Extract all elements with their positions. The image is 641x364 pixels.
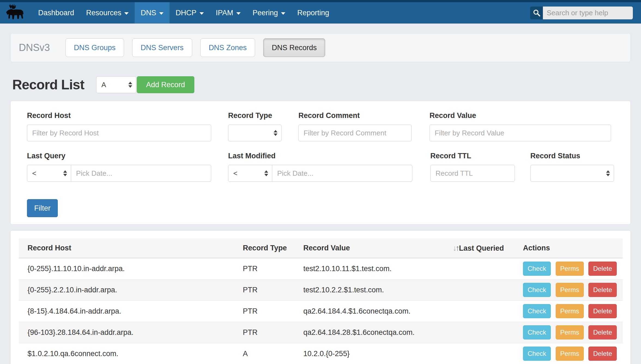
- nav-item-peering[interactable]: Peering: [247, 2, 291, 23]
- tab-dns-records[interactable]: DNS Records: [263, 38, 325, 57]
- record-comment-input[interactable]: [298, 125, 412, 141]
- last-query-date-input[interactable]: [71, 165, 211, 182]
- last-queried-cell: [444, 258, 514, 279]
- perms-button[interactable]: Perms: [556, 283, 584, 297]
- column-header-last-queried[interactable]: ↓↑Last Queried: [444, 238, 514, 258]
- select-arrows-icon: [606, 170, 610, 176]
- record-value-cell: qa2.64.184.28.$1.6conectqa.com.: [295, 322, 444, 343]
- nav-item-ipam[interactable]: IPAM: [210, 2, 247, 23]
- filter-field-record-value: Record Value: [430, 111, 611, 141]
- last-query-operator-value: <: [32, 169, 36, 178]
- last-queried-cell: [444, 279, 514, 301]
- record-type-add-select-value: A: [101, 81, 106, 89]
- search-button[interactable]: [530, 7, 543, 19]
- record-status-select[interactable]: [530, 165, 614, 182]
- check-button[interactable]: Check: [523, 262, 551, 276]
- select-arrows-icon: [264, 170, 268, 176]
- check-button[interactable]: Check: [523, 304, 551, 318]
- record-value-cell: test2.10.2.2.$1.test.com.: [295, 279, 444, 301]
- delete-button[interactable]: Delete: [588, 262, 616, 276]
- dns-subnav-panel: DNSv3 DNS Groups DNS Servers DNS Zones D…: [10, 33, 631, 62]
- search-input[interactable]: [543, 7, 633, 19]
- window-top-strip: [0, 0, 641, 2]
- table-row: {8-15}.4.184.64.in-addr.arpa. PTR qa2.64…: [19, 301, 623, 322]
- nav-item-resources[interactable]: Resources: [80, 2, 135, 23]
- tab-dns-groups[interactable]: DNS Groups: [65, 38, 124, 57]
- record-host-cell: {96-103}.28.184.64.in-addr.arpa.: [19, 322, 234, 343]
- last-queried-cell: [444, 322, 514, 343]
- nav-item-label: DNS: [141, 9, 156, 17]
- chevron-down-icon: [199, 12, 204, 15]
- check-button[interactable]: Check: [523, 283, 551, 297]
- filter-field-record-status: Record Status: [530, 152, 614, 182]
- nav-right-section: [530, 2, 641, 23]
- record-type-cell: PTR: [234, 322, 295, 343]
- record-comment-label: Record Comment: [298, 111, 412, 120]
- tab-dns-servers[interactable]: DNS Servers: [132, 38, 192, 57]
- check-button[interactable]: Check: [523, 325, 551, 339]
- nav-item-dhcp[interactable]: DHCP: [170, 2, 210, 23]
- tab-dns-zones[interactable]: DNS Zones: [200, 38, 255, 57]
- last-queried-cell: [444, 301, 514, 322]
- nav-item-label: IPAM: [216, 9, 233, 17]
- page-title: Record List: [12, 77, 84, 93]
- actions-cell: Check Perms Delete: [514, 301, 623, 322]
- record-host-cell: {8-15}.4.184.64.in-addr.arpa.: [19, 301, 234, 322]
- global-search: [530, 7, 633, 19]
- app-logo[interactable]: [0, 2, 32, 23]
- nav-item-reporting[interactable]: Reporting: [291, 2, 335, 23]
- add-record-button[interactable]: Add Record: [137, 76, 194, 93]
- moose-icon: [3, 3, 29, 22]
- table-row: {96-103}.28.184.64.in-addr.arpa. PTR qa2…: [19, 322, 623, 343]
- record-host-label: Record Host: [27, 111, 211, 120]
- filter-panel: Record Host Record Type Record Comment R…: [10, 101, 631, 225]
- actions-cell: Check Perms Delete: [514, 343, 623, 364]
- column-header-label: Last Queried: [459, 244, 504, 252]
- record-type-select[interactable]: [228, 125, 282, 141]
- perms-button[interactable]: Perms: [556, 262, 584, 276]
- last-modified-operator-select[interactable]: <: [228, 165, 272, 182]
- column-header-record-value: Record Value: [295, 238, 444, 258]
- table-row: $1.0.2.10.qa.6connect.com. A 10.2.0.{0-2…: [19, 343, 623, 364]
- delete-button[interactable]: Delete: [588, 347, 616, 361]
- record-value-cell: 10.2.0.{0-255}: [295, 343, 444, 364]
- perms-button[interactable]: Perms: [556, 304, 584, 318]
- perms-button[interactable]: Perms: [556, 325, 584, 339]
- sort-icon[interactable]: ↓↑: [453, 244, 458, 252]
- table-header-row: Record Host Record Type Record Value ↓↑L…: [19, 238, 623, 258]
- record-type-label: Record Type: [228, 111, 282, 120]
- record-ttl-input[interactable]: [430, 165, 515, 182]
- subnav-title: DNSv3: [19, 42, 50, 53]
- last-modified-controls: <: [228, 165, 412, 182]
- records-table-panel: Record Host Record Type Record Value ↓↑L…: [10, 230, 631, 364]
- record-type-add-select[interactable]: A: [96, 76, 136, 93]
- delete-button[interactable]: Delete: [588, 283, 616, 297]
- tab-label: DNS Records: [272, 44, 317, 52]
- last-modified-label: Last Modified: [228, 152, 412, 160]
- record-value-input[interactable]: [430, 125, 611, 141]
- nav-item-label: Dashboard: [38, 9, 74, 17]
- search-icon: [533, 9, 541, 17]
- last-modified-date-input[interactable]: [272, 165, 412, 182]
- actions-cell: Check Perms Delete: [514, 279, 623, 301]
- tab-label: DNS Servers: [141, 44, 184, 52]
- tab-label: DNS Zones: [209, 44, 247, 52]
- record-value-cell: qa2.64.184.4.$1.6conectqa.com.: [295, 301, 444, 322]
- last-query-operator-select[interactable]: <: [27, 165, 71, 182]
- main-navbar: Dashboard Resources DNS DHCP IPAM Peerin…: [0, 2, 641, 23]
- select-arrows-icon: [274, 130, 277, 136]
- tab-label: DNS Groups: [74, 44, 116, 52]
- delete-button[interactable]: Delete: [588, 325, 616, 339]
- record-host-input[interactable]: [27, 125, 211, 141]
- nav-item-dns[interactable]: DNS: [135, 2, 170, 23]
- check-button[interactable]: Check: [523, 347, 551, 361]
- nav-item-dashboard[interactable]: Dashboard: [32, 2, 80, 23]
- record-value-label: Record Value: [430, 111, 611, 120]
- column-header-actions: Actions: [514, 238, 623, 258]
- chevron-down-icon: [159, 12, 164, 15]
- select-arrows-icon: [63, 170, 67, 176]
- filter-button[interactable]: Filter: [27, 199, 58, 217]
- chevron-down-icon: [124, 12, 129, 15]
- perms-button[interactable]: Perms: [556, 347, 584, 361]
- delete-button[interactable]: Delete: [588, 304, 616, 318]
